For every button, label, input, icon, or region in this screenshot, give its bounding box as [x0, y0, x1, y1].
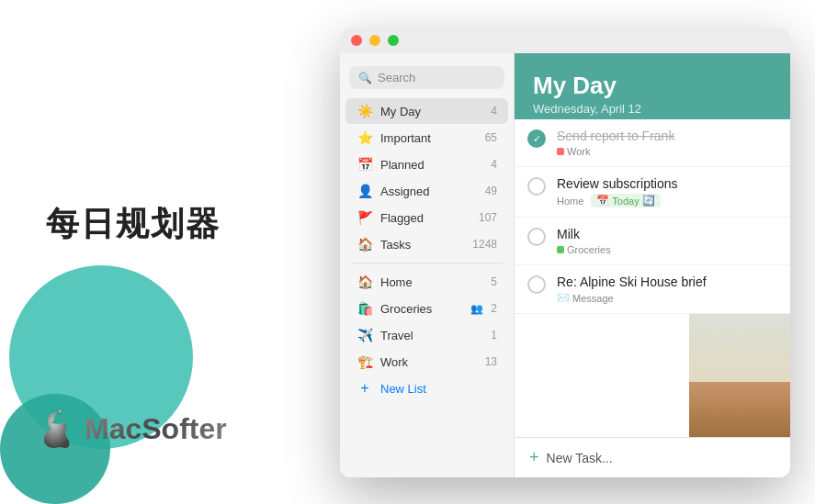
app-window: 🔍 Search ☀️ My Day 4 ⭐ Important 65 📅 Pl…: [340, 28, 790, 477]
task-meta-3: Groceries: [557, 244, 777, 255]
sidebar-count-tasks: 1248: [472, 238, 497, 251]
sidebar-count-work: 13: [485, 355, 497, 368]
refresh-icon: 🔄: [642, 195, 655, 207]
tag-dot-red: [557, 148, 564, 155]
sidebar-item-tasks[interactable]: 🏠 Tasks 1248: [345, 231, 508, 257]
minimize-button[interactable]: [369, 35, 380, 46]
header-area: My Day Wednesday, April 12: [515, 53, 790, 125]
sidebar-label-tasks: Tasks: [380, 238, 469, 252]
sidebar-count-important: 65: [485, 131, 497, 144]
calendar-small-icon: 📅: [596, 195, 609, 207]
task-item-4[interactable]: Re: Alpine Ski House brief ✉️ Message: [515, 265, 790, 314]
main-content: My Day Wednesday, April 12: [515, 53, 790, 477]
sidebar-count-flagged: 107: [479, 211, 497, 224]
groceries-icon: 🛍️: [357, 300, 373, 317]
flag-icon: 🚩: [357, 209, 373, 226]
shared-icon: 👥: [470, 303, 483, 315]
today-text: Today: [612, 196, 639, 207]
page-title: My Day: [533, 72, 772, 100]
close-button[interactable]: [351, 35, 362, 46]
search-input[interactable]: Search: [378, 71, 415, 84]
sidebar-label-new-list: New List: [380, 382, 497, 396]
sidebar: 🔍 Search ☀️ My Day 4 ⭐ Important 65 📅 Pl…: [340, 53, 515, 477]
sidebar-label-my-day: My Day: [380, 105, 487, 118]
task-item-2[interactable]: Review subscriptions Home 📅 Today 🔄: [515, 167, 790, 218]
new-task-label: New Task...: [547, 451, 613, 465]
task-content-3: Milk Groceries: [557, 227, 777, 255]
task-list-name-2: Home: [557, 196, 583, 207]
task-tag-3: Groceries: [557, 244, 611, 255]
task-checkbox-1[interactable]: [527, 129, 546, 148]
sidebar-item-groceries[interactable]: 🛍️ Groceries 👥 2: [345, 296, 508, 321]
sidebar-item-travel[interactable]: ✈️ Travel 1: [345, 322, 508, 348]
search-bar[interactable]: 🔍 Search: [349, 66, 504, 89]
task-checkbox-4[interactable]: [527, 275, 546, 294]
task-content-2: Review subscriptions Home 📅 Today 🔄: [557, 176, 777, 207]
task-tag-1: Work: [557, 146, 590, 157]
task-list-name-3: Groceries: [567, 244, 611, 255]
task-meta-1: Work: [557, 146, 777, 157]
sidebar-label-work: Work: [380, 355, 481, 369]
task-item-1[interactable]: Send report to Frank Work: [515, 119, 790, 167]
today-badge: 📅 Today 🔄: [591, 194, 660, 207]
sidebar-count-home: 5: [491, 275, 497, 288]
macsofter-text: MacSofter: [85, 412, 227, 446]
calendar-icon: 📅: [357, 156, 373, 173]
sidebar-label-assigned: Assigned: [380, 185, 481, 198]
sidebar-item-assigned[interactable]: 👤 Assigned 49: [345, 178, 508, 204]
sidebar-label-planned: Planned: [380, 158, 487, 172]
task-title-2: Review subscriptions: [557, 176, 777, 191]
new-task-plus-icon: +: [529, 448, 539, 467]
sidebar-label-home: Home: [380, 275, 487, 289]
task-checkbox-2[interactable]: [527, 177, 546, 196]
task-meta-4: ✉️ Message: [557, 292, 777, 304]
person-icon: 👤: [357, 183, 373, 199]
task-title-4: Re: Alpine Ski House brief: [557, 274, 777, 289]
task-item-3[interactable]: Milk Groceries: [515, 218, 790, 265]
sidebar-label-travel: Travel: [380, 329, 487, 342]
sidebar-item-home[interactable]: 🏠 Home 5: [345, 269, 508, 295]
apple-logo-icon: [37, 409, 77, 449]
sidebar-item-my-day[interactable]: ☀️ My Day 4: [345, 98, 508, 124]
task-content-1: Send report to Frank Work: [557, 129, 777, 157]
sidebar-label-groceries: Groceries: [380, 302, 470, 316]
page-date: Wednesday, April 12: [533, 102, 772, 116]
sidebar-item-important[interactable]: ⭐ Important 65: [345, 125, 508, 151]
sidebar-label-flagged: Flagged: [380, 211, 475, 225]
maximize-button[interactable]: [388, 35, 399, 46]
tasks-icon: 🏠: [357, 236, 373, 252]
task-tag-2: Home: [557, 196, 583, 207]
sidebar-count-groceries: 2: [491, 302, 497, 315]
titlebar: [340, 28, 790, 53]
sidebar-item-planned[interactable]: 📅 Planned 4: [345, 151, 508, 177]
sidebar-item-new-list[interactable]: + New List: [345, 375, 508, 401]
sidebar-count-my-day: 4: [491, 105, 497, 118]
home-icon: 🏠: [357, 274, 373, 290]
sidebar-count-planned: 4: [491, 158, 497, 171]
sidebar-item-flagged[interactable]: 🚩 Flagged 107: [345, 205, 508, 230]
task-content-4: Re: Alpine Ski House brief ✉️ Message: [557, 274, 777, 304]
plus-icon: +: [357, 380, 373, 397]
sidebar-count-travel: 1: [491, 329, 497, 342]
search-icon: 🔍: [358, 72, 372, 84]
task-title-1: Send report to Frank: [557, 129, 777, 143]
task-meta-2: Home 📅 Today 🔄: [557, 194, 777, 207]
sidebar-divider: [351, 263, 503, 263]
star-icon: ⭐: [357, 129, 373, 146]
sidebar-item-work[interactable]: 🏗️ Work 13: [345, 349, 508, 375]
new-task-bar[interactable]: + New Task...: [515, 437, 790, 477]
sun-icon: ☀️: [357, 103, 373, 119]
tasks-list: Send report to Frank Work Review subscri…: [515, 119, 790, 437]
chinese-title: 每日规划器: [46, 202, 221, 247]
work-icon: 🏗️: [357, 353, 373, 370]
task-tag-4: ✉️ Message: [557, 292, 614, 304]
task-checkbox-3[interactable]: [527, 228, 546, 246]
message-icon: ✉️: [557, 292, 570, 304]
task-list-name-1: Work: [567, 146, 590, 157]
task-title-3: Milk: [557, 227, 777, 241]
macsofter-brand: MacSofter: [37, 409, 227, 449]
travel-icon: ✈️: [357, 327, 373, 343]
task-list-name-4: Message: [572, 293, 614, 304]
tag-dot-green: [557, 246, 564, 253]
sidebar-count-assigned: 49: [485, 185, 497, 197]
